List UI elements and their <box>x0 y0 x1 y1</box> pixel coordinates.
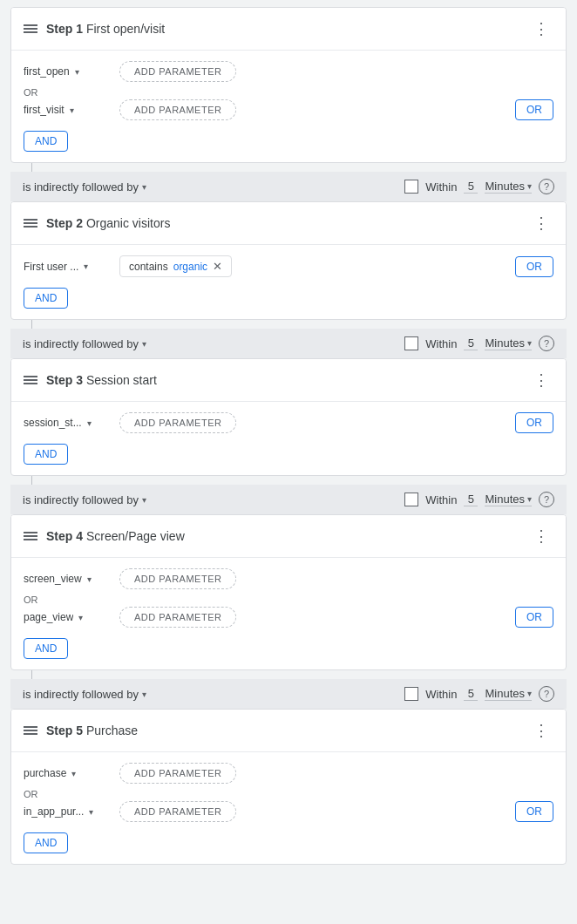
step-5-body: purchase ▾ ADD PARAMETER OR in_app_pur..… <box>11 752 566 864</box>
step-card-2: Step 2 Organic visitors ⋮ First user ...… <box>10 201 567 320</box>
add-param-button[interactable]: ADD PARAMETER <box>119 763 236 784</box>
connector-line <box>31 670 32 679</box>
event-row: First user ... ▾ contains organic ✕ OR <box>24 255 553 277</box>
add-param-button[interactable]: ADD PARAMETER <box>119 801 236 822</box>
contains-label: contains <box>129 261 168 273</box>
unit-dropdown-icon: ▾ <box>527 338 532 348</box>
step-4-header: Step 4 Screen/Page view ⋮ <box>11 515 566 558</box>
event-name-screen-view[interactable]: screen_view ▾ <box>24 573 111 585</box>
dropdown-icon: ▾ <box>84 262 88 271</box>
within-checkbox[interactable] <box>404 180 418 194</box>
event-row: page_view ▾ ADD PARAMETER OR <box>24 607 553 628</box>
connector-3: is indirectly followed by ▾ Within 5 Min… <box>10 485 567 514</box>
event-row: session_st... ▾ ADD PARAMETER OR <box>24 412 553 433</box>
connector-4: is indirectly followed by ▾ Within 5 Min… <box>10 679 567 709</box>
within-label: Within <box>425 180 457 194</box>
help-icon[interactable]: ? <box>539 492 554 507</box>
connector-dropdown-icon: ▾ <box>142 339 146 349</box>
close-chip-button[interactable]: ✕ <box>213 260 222 273</box>
and-button[interactable]: AND <box>24 444 68 465</box>
and-button[interactable]: AND <box>24 832 68 853</box>
event-name-page-view[interactable]: page_view ▾ <box>24 611 111 623</box>
within-unit-dropdown[interactable]: Minutes ▾ <box>485 493 532 506</box>
within-unit-dropdown[interactable]: Minutes ▾ <box>485 687 532 701</box>
add-param-button[interactable]: ADD PARAMETER <box>119 568 236 589</box>
event-row: first_visit ▾ ADD PARAMETER OR <box>24 99 553 120</box>
connector-dropdown[interactable]: is indirectly followed by ▾ <box>23 337 146 350</box>
step-2-body: First user ... ▾ contains organic ✕ OR A… <box>11 245 566 319</box>
and-button[interactable]: AND <box>24 131 68 152</box>
and-button[interactable]: AND <box>24 288 68 309</box>
step-3-header: Step 3 Session start ⋮ <box>11 359 566 402</box>
drag-handle-icon[interactable] <box>24 219 37 228</box>
add-param-button[interactable]: ADD PARAMETER <box>119 99 236 120</box>
or-label: OR <box>24 787 553 801</box>
within-number: 5 <box>464 336 478 350</box>
unit-dropdown-icon: ▾ <box>527 689 532 698</box>
drag-handle-icon[interactable] <box>24 726 37 735</box>
dropdown-icon: ▾ <box>70 105 74 115</box>
or-button[interactable]: OR <box>515 256 553 277</box>
connector-dropdown-icon: ▾ <box>142 690 146 699</box>
drag-handle-icon[interactable] <box>24 24 37 33</box>
connector-dropdown-icon: ▾ <box>142 182 146 192</box>
connector-dropdown[interactable]: is indirectly followed by ▾ <box>23 493 146 506</box>
step-3-more-button[interactable]: ⋮ <box>529 368 553 392</box>
organic-value: organic <box>173 261 207 273</box>
step-5-header: Step 5 Purchase ⋮ <box>11 710 566 752</box>
within-checkbox[interactable] <box>404 687 418 701</box>
event-name-in-app-purchase[interactable]: in_app_pur... ▾ <box>24 805 111 818</box>
event-row: screen_view ▾ ADD PARAMETER <box>24 568 553 589</box>
event-row: in_app_pur... ▾ ADD PARAMETER OR <box>24 801 553 822</box>
or-button[interactable]: OR <box>515 801 553 822</box>
step-2-header: Step 2 Organic visitors ⋮ <box>11 202 566 245</box>
event-name-first-user[interactable]: First user ... ▾ <box>24 261 111 273</box>
dropdown-icon: ▾ <box>75 67 79 77</box>
dropdown-icon: ▾ <box>78 613 83 622</box>
or-button[interactable]: OR <box>515 99 553 120</box>
and-button[interactable]: AND <box>24 638 68 659</box>
within-label: Within <box>425 688 457 701</box>
step-2-title: Step 2 Organic visitors <box>46 216 529 230</box>
within-label: Within <box>425 337 457 350</box>
or-button[interactable]: OR <box>515 412 553 433</box>
connector-line <box>31 320 32 329</box>
help-icon[interactable]: ? <box>539 336 554 351</box>
funnel-container: Step 1 First open/visit ⋮ first_open ▾ A… <box>0 0 577 872</box>
step-4-more-button[interactable]: ⋮ <box>529 524 553 548</box>
step-4-body: screen_view ▾ ADD PARAMETER OR page_view… <box>11 558 566 669</box>
within-checkbox[interactable] <box>404 493 418 506</box>
within-checkbox[interactable] <box>404 336 418 350</box>
within-section: Within 5 Minutes ▾ ? <box>404 492 554 507</box>
event-name-first-visit[interactable]: first_visit ▾ <box>24 104 111 116</box>
event-name-first-open[interactable]: first_open ▾ <box>24 65 111 78</box>
help-icon[interactable]: ? <box>539 686 554 702</box>
drag-handle-icon[interactable] <box>24 376 37 384</box>
connector-dropdown[interactable]: is indirectly followed by ▾ <box>23 180 146 194</box>
add-param-button[interactable]: ADD PARAMETER <box>119 61 236 82</box>
step-1-more-button[interactable]: ⋮ <box>529 17 553 41</box>
add-param-button[interactable]: ADD PARAMETER <box>119 412 236 433</box>
within-unit-dropdown[interactable]: Minutes ▾ <box>485 180 532 194</box>
step-card-3: Step 3 Session start ⋮ session_st... ▾ A… <box>10 358 567 476</box>
connector-line <box>31 476 32 485</box>
within-label: Within <box>425 493 457 506</box>
drag-handle-icon[interactable] <box>24 532 37 540</box>
connector-line <box>31 163 32 172</box>
step-card-5: Step 5 Purchase ⋮ purchase ▾ ADD PARAMET… <box>10 709 567 865</box>
event-name-session[interactable]: session_st... ▾ <box>24 417 111 429</box>
step-1-body: first_open ▾ ADD PARAMETER OR first_visi… <box>11 51 566 162</box>
step-4-title: Step 4 Screen/Page view <box>46 529 529 543</box>
connector-dropdown[interactable]: is indirectly followed by ▾ <box>23 688 146 701</box>
step-5-more-button[interactable]: ⋮ <box>529 718 553 743</box>
unit-dropdown-icon: ▾ <box>527 494 532 504</box>
help-icon[interactable]: ? <box>539 179 554 194</box>
event-name-purchase[interactable]: purchase ▾ <box>24 767 111 779</box>
step-2-more-button[interactable]: ⋮ <box>529 211 553 235</box>
within-unit-dropdown[interactable]: Minutes ▾ <box>485 336 532 350</box>
within-number: 5 <box>464 180 478 194</box>
dropdown-icon: ▾ <box>87 574 92 584</box>
or-button[interactable]: OR <box>515 607 553 628</box>
add-param-button[interactable]: ADD PARAMETER <box>119 607 236 628</box>
step-card-4: Step 4 Screen/Page view ⋮ screen_view ▾ … <box>10 514 567 670</box>
